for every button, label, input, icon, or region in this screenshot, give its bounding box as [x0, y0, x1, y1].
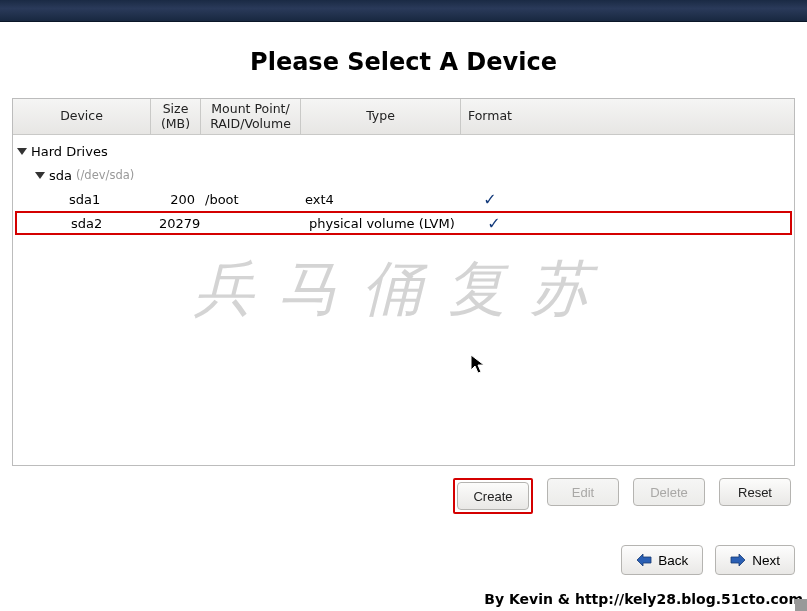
col-size[interactable]: Size (MB) — [151, 99, 201, 134]
back-button[interactable]: Back — [621, 545, 703, 575]
tree-root-row[interactable]: Hard Drives — [13, 139, 794, 163]
col-format[interactable]: Format — [461, 99, 519, 134]
table-row[interactable]: sda1 200 /boot ext4 ✓ — [13, 187, 794, 211]
nav-button-row: Back Next — [621, 545, 795, 575]
reset-button[interactable]: Reset — [719, 478, 791, 506]
page-title: Please Select A Device — [12, 22, 795, 98]
resize-grip-icon — [795, 599, 807, 611]
arrow-left-icon — [636, 553, 652, 567]
disk-name: sda — [49, 168, 72, 183]
expand-icon[interactable] — [17, 148, 27, 155]
window-title-bar — [0, 0, 807, 22]
partition-type: physical volume (LVM) — [305, 216, 465, 231]
tree-root-label: Hard Drives — [31, 144, 108, 159]
device-tree: Hard Drives sda (/dev/sda) sda1 200 /boo… — [13, 135, 794, 235]
action-button-row: Create Edit Delete Reset — [12, 466, 795, 514]
check-icon: ✓ — [487, 214, 500, 233]
tree-disk-row[interactable]: sda (/dev/sda) — [13, 163, 794, 187]
partition-size: 20279 — [155, 216, 205, 231]
col-device[interactable]: Device — [13, 99, 151, 134]
col-type[interactable]: Type — [301, 99, 461, 134]
credit-text: By Kevin & http://kely28.blog.51cto.com — [484, 591, 803, 607]
disk-path: (/dev/sda) — [76, 168, 134, 182]
expand-icon[interactable] — [35, 172, 45, 179]
device-panel: Device Size (MB) Mount Point/ RAID/Volum… — [12, 98, 795, 466]
watermark-text: 兵马俑复苏 — [13, 249, 794, 330]
edit-button: Edit — [547, 478, 619, 506]
mouse-cursor-icon — [470, 354, 486, 379]
table-header: Device Size (MB) Mount Point/ RAID/Volum… — [13, 99, 794, 135]
partition-name: sda2 — [71, 216, 102, 231]
table-row[interactable]: sda2 20279 physical volume (LVM) ✓ — [15, 211, 792, 235]
check-icon: ✓ — [483, 190, 496, 209]
partition-mount: /boot — [201, 192, 301, 207]
highlight-box: Create — [453, 478, 533, 514]
partition-type: ext4 — [301, 192, 461, 207]
partition-size: 200 — [151, 192, 201, 207]
back-label: Back — [658, 553, 688, 568]
next-label: Next — [752, 553, 780, 568]
create-button[interactable]: Create — [457, 482, 529, 510]
delete-button: Delete — [633, 478, 705, 506]
next-button[interactable]: Next — [715, 545, 795, 575]
partition-name: sda1 — [69, 192, 100, 207]
col-spacer — [519, 99, 794, 134]
arrow-right-icon — [730, 553, 746, 567]
col-mount[interactable]: Mount Point/ RAID/Volume — [201, 99, 301, 134]
